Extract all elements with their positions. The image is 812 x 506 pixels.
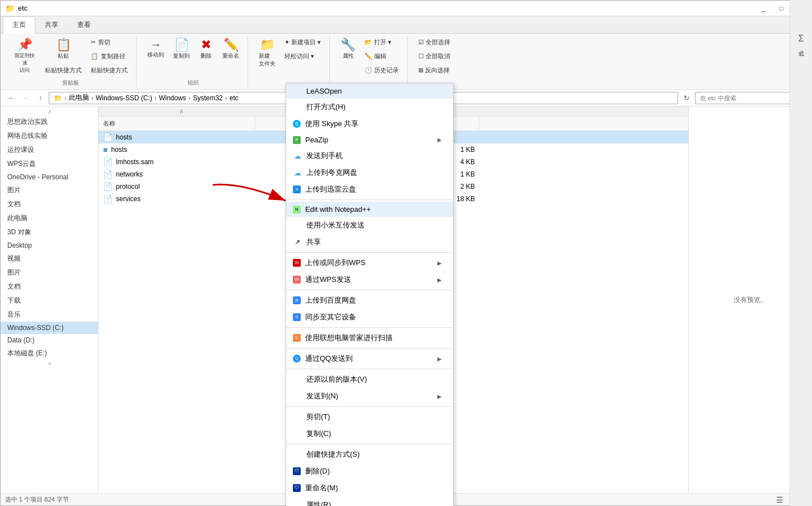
- ribbon-group-properties: 🔧 属性 📂 打开 ▾ ✏️ 编辑 🕐 历史记录: [332, 36, 408, 87]
- deselect-all-button[interactable]: ☐ 全部取消: [414, 50, 454, 63]
- ctx-restore-label: 还原以前的版本(V): [306, 374, 367, 384]
- tab-view[interactable]: 查看: [68, 16, 100, 33]
- sidebar-scroll-up[interactable]: ∧: [1, 109, 98, 115]
- sidebar-item-desktop[interactable]: Desktop: [1, 239, 98, 252]
- minimize-button[interactable]: ⎯: [755, 3, 771, 14]
- new-item-label: ✦ 新建项目 ▾: [284, 38, 321, 47]
- sidebar-item-docs2[interactable]: 文档: [1, 280, 98, 294]
- search-input[interactable]: [700, 95, 791, 101]
- ctx-copy[interactable]: 复制(C): [286, 425, 453, 442]
- ctx-skype-share[interactable]: S 使用 Skype 共享: [286, 115, 453, 132]
- ribbon-group-select: ☑ 全部选择 ☐ 全部取消 ⊠ 反向选择: [410, 36, 459, 87]
- ctx-wps-icon: W: [293, 259, 301, 267]
- sidebar-item-transport[interactable]: 运控课设: [1, 143, 98, 157]
- ctx-restore-version[interactable]: 还原以前的版本(V): [286, 371, 453, 388]
- ctx-send-phone[interactable]: ☁ 发送到手机: [286, 147, 453, 164]
- ctx-sep1: [286, 199, 453, 200]
- open-label: 📂 打开 ▾: [365, 38, 391, 47]
- path-segment-system32[interactable]: System32: [193, 94, 222, 102]
- move-button[interactable]: → 移动到: [143, 36, 168, 62]
- file-name-hosts: ■ hosts: [99, 145, 255, 154]
- ctx-leasopen[interactable]: LeASOpen: [286, 83, 453, 99]
- new-item-button[interactable]: ✦ 新建项目 ▾: [281, 36, 325, 49]
- select-all-button[interactable]: ☑ 全部选择: [414, 36, 454, 49]
- rename-label: 重命名: [222, 52, 239, 60]
- sidebar-item-thoughts[interactable]: 思想政治实践: [1, 115, 98, 129]
- paste-shortcut-small-button[interactable]: 粘贴快捷方式: [87, 64, 132, 77]
- new-folder-icon: 📁: [260, 39, 275, 51]
- ctx-sync-devices[interactable]: S 同步至其它设备: [286, 309, 453, 326]
- refresh-button[interactable]: ↻: [680, 92, 693, 104]
- ctx-cut[interactable]: 剪切(T): [286, 408, 453, 425]
- sidebar-item-pictures2[interactable]: 图片: [1, 266, 98, 280]
- sidebar-item-network[interactable]: 网络总线实验: [1, 129, 98, 143]
- ctx-upload-xunlei[interactable]: X 上传到迅雷云盘: [286, 181, 453, 198]
- properties-button[interactable]: 🔧 属性: [337, 36, 360, 63]
- ctx-send-to[interactable]: 发送到(N) ▶: [286, 388, 453, 405]
- ctx-lenovo-scan[interactable]: L 使用联想电脑管家进行扫描: [286, 329, 453, 346]
- sidebar-item-downloads[interactable]: 下载: [1, 294, 98, 308]
- list-view-button[interactable]: ☰: [773, 494, 786, 506]
- new-folder-button[interactable]: 📁 新建文件夹: [255, 36, 279, 71]
- tab-home[interactable]: 主页: [3, 16, 35, 34]
- sidebar-item-docs1[interactable]: 文档: [1, 197, 98, 211]
- cut-button[interactable]: ✂ 剪切: [87, 36, 132, 49]
- ctx-upload-kuake[interactable]: ☁ 上传到夸克网盘: [286, 164, 453, 181]
- ctx-properties[interactable]: 属性(R): [286, 496, 453, 506]
- delete-button[interactable]: ✖ 删除: [195, 36, 217, 63]
- path-segment-c[interactable]: Windows-SSD (C:): [96, 94, 152, 102]
- pin-button[interactable]: 📌 固定到快速访问: [10, 36, 40, 77]
- ctx-upload-wps[interactable]: W 上传或同步到WPS ▶: [286, 254, 453, 271]
- copy-to-button[interactable]: 📄 复制到: [169, 36, 194, 63]
- ctx-share[interactable]: ↗ 共享: [286, 234, 453, 250]
- shortcut-button[interactable]: 粘贴快捷方式: [41, 64, 86, 77]
- sidebar-scroll-down[interactable]: ∨: [1, 360, 98, 366]
- ctx-delete-icon: 🛡: [293, 467, 301, 475]
- sidebar-item-3d[interactable]: 3D 对象: [1, 225, 98, 239]
- ctx-delete[interactable]: 🛡 删除(D): [286, 463, 453, 480]
- copy-to-label: 复制到: [173, 52, 190, 60]
- sidebar-item-pictures1[interactable]: 图片: [1, 183, 98, 197]
- ribbon-group-organize: → 移动到 📄 复制到 ✖ 删除 ✏️ 重命名: [139, 36, 248, 87]
- sidebar-item-local-e[interactable]: 本地磁盘 (E:): [1, 346, 98, 360]
- ctx-upload-baidu[interactable]: B 上传到百度网盘: [286, 292, 453, 309]
- edit-button[interactable]: ✏️ 编辑: [361, 50, 403, 63]
- ctx-leasopen-label: LeASOpen: [306, 87, 342, 95]
- path-segment-windows[interactable]: Windows: [159, 94, 186, 102]
- sidebar-item-windows-ssd[interactable]: Windows-SSD (C:): [1, 322, 98, 334]
- tab-share[interactable]: 共享: [35, 16, 68, 33]
- path-segment-pc[interactable]: 📁: [54, 94, 62, 102]
- up-button[interactable]: ↑: [34, 92, 46, 104]
- col-header-name[interactable]: 名称: [99, 118, 255, 129]
- sidebar-item-music[interactable]: 音乐: [1, 308, 98, 322]
- copy-path-icon: 📋: [91, 53, 99, 60]
- ctx-open-with[interactable]: 打开方式(H): [286, 99, 453, 115]
- ctx-send-qq[interactable]: Q 通过QQ发送到 ▶: [286, 350, 453, 367]
- ctx-qq-arrow: ▶: [437, 356, 442, 362]
- copy-path-button[interactable]: 📋 复制路径: [87, 50, 132, 63]
- history-button[interactable]: 🕐 历史记录: [361, 64, 403, 77]
- path-segment-etc[interactable]: etc: [230, 94, 239, 102]
- paste-button[interactable]: 📋 粘贴: [41, 36, 86, 63]
- sidebar-item-thispc[interactable]: 此电脑: [1, 211, 98, 225]
- sidebar-item-video[interactable]: 视频: [1, 252, 98, 266]
- sidebar-item-data-d[interactable]: Data (D:): [1, 334, 98, 346]
- invert-selection-button[interactable]: ⊠ 反向选择: [414, 64, 454, 77]
- ctx-create-shortcut[interactable]: 创建快捷方式(S): [286, 446, 453, 463]
- ctx-edit-notepad[interactable]: N Edit with Notepad++: [286, 202, 453, 217]
- ctx-xiaomi-transfer[interactable]: 使用小米互传发送: [286, 217, 453, 234]
- rename-button[interactable]: ✏️ 重命名: [218, 36, 243, 63]
- path-segment-thispc[interactable]: 此电脑: [69, 93, 89, 103]
- open-button[interactable]: 📂 打开 ▾: [361, 36, 403, 49]
- easy-access-button[interactable]: 轻松访问 ▾: [281, 50, 325, 63]
- back-button[interactable]: ←: [5, 92, 17, 104]
- forward-button[interactable]: →: [20, 92, 32, 104]
- ctx-peazip[interactable]: P PeaZip ▶: [286, 132, 453, 147]
- ctx-rename[interactable]: 🛡 重命名(M): [286, 480, 453, 496]
- ctx-xiaomi-label: 使用小米互传发送: [306, 220, 365, 230]
- ctx-send-wps[interactable]: W 通过WPS发送 ▶: [286, 271, 453, 288]
- sidebar-item-wps[interactable]: WPS云盘: [1, 157, 98, 171]
- paste-label: 粘贴: [58, 52, 69, 60]
- maximize-button[interactable]: □: [773, 3, 789, 14]
- sidebar-item-onedrive[interactable]: OneDrive - Personal: [1, 171, 98, 183]
